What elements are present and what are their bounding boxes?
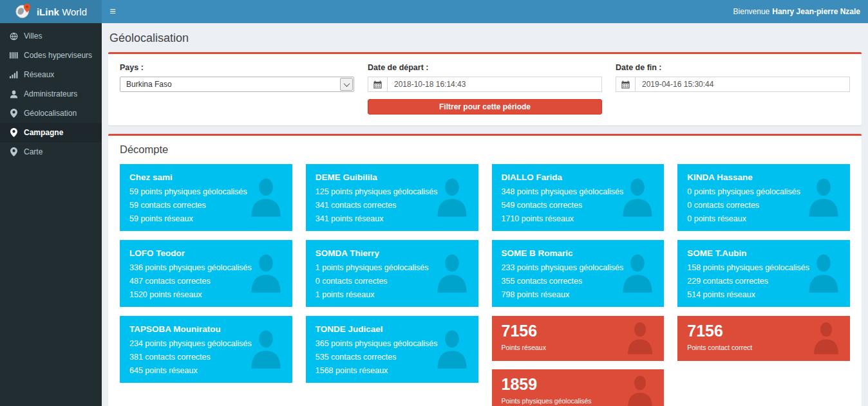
end-date-input[interactable] bbox=[636, 77, 849, 91]
person-icon bbox=[621, 176, 654, 219]
sidebar-item-villes[interactable]: Villes bbox=[0, 26, 102, 46]
map-marker-icon bbox=[9, 109, 18, 118]
user-card: SOMDA Thierry 1 points physiques géoloca… bbox=[306, 240, 478, 307]
top-navbar: iLink World ≡ Bienvenue Hanry Jean-pierr… bbox=[0, 0, 868, 23]
summary-card-points-physiques: 1859 Points physiques géolocalisés bbox=[492, 369, 665, 406]
counts-panel: Décompte Chez sami 59 points physiques g… bbox=[108, 134, 862, 406]
main-content: Géolocalisation Pays : Burkina Faso Date… bbox=[102, 23, 868, 406]
person-icon bbox=[250, 328, 282, 371]
user-card: SOME B Romaric 233 points physiques géol… bbox=[492, 240, 665, 307]
user-card: DEME Guibilila 125 points physiques géol… bbox=[306, 164, 478, 231]
navbar-bar: ≡ Bienvenue Hanry Jean-pierre Nzale bbox=[102, 0, 868, 23]
sidebar-item-label: Carte bbox=[24, 147, 42, 156]
calendar-icon bbox=[368, 77, 388, 91]
summary-card-points-contact: 7156 Points contact correct bbox=[677, 316, 850, 361]
person-icon bbox=[436, 252, 468, 295]
user-card: LOFO Teodor 336 points physiques géoloca… bbox=[120, 240, 292, 307]
page-title: Géolocalisation bbox=[109, 32, 860, 45]
app-logo[interactable]: iLink World bbox=[0, 0, 102, 23]
sidebar-item-label: Campagne bbox=[24, 128, 63, 137]
person-icon bbox=[813, 320, 840, 357]
person-icon bbox=[627, 373, 654, 406]
sidebar-menu: Villes Codes hyperviseurs Réseaux bbox=[0, 23, 102, 161]
person-icon bbox=[627, 320, 654, 357]
map-marker-icon bbox=[9, 147, 18, 156]
sidebar-item-label: Villes bbox=[24, 32, 42, 41]
filter-button[interactable]: Filtrer pour cette période bbox=[368, 99, 602, 115]
brand-name-light: World bbox=[62, 6, 87, 17]
user-icon bbox=[9, 90, 18, 98]
start-date-input[interactable] bbox=[388, 77, 601, 91]
map-marker-icon bbox=[9, 128, 18, 137]
barcode-icon bbox=[9, 51, 18, 59]
person-icon bbox=[621, 252, 654, 295]
sidebar-item-label: Administrateurs bbox=[24, 89, 77, 98]
country-select-value: Burkina Faso bbox=[126, 80, 172, 89]
person-icon bbox=[807, 176, 840, 219]
sidebar-item-administrateurs[interactable]: Administrateurs bbox=[0, 84, 102, 104]
end-date-field: Date de fin : bbox=[616, 63, 850, 115]
person-icon bbox=[250, 252, 282, 295]
person-icon bbox=[436, 176, 468, 219]
calendar-icon bbox=[616, 77, 636, 91]
country-label: Pays : bbox=[120, 63, 354, 72]
start-date-label: Date de départ : bbox=[368, 63, 602, 72]
sidebar-item-reseaux[interactable]: Réseaux bbox=[0, 65, 102, 84]
summary-row-grid: TAPSOBA Mouniratou 234 points physiques … bbox=[120, 316, 850, 406]
user-card: SOME T.Aubin 158 points physiques géoloc… bbox=[677, 240, 850, 307]
user-cards-grid: Chez sami 59 points physiques géolocalis… bbox=[120, 164, 850, 307]
sidebar-item-label: Géolocalisation bbox=[24, 109, 77, 118]
user-card: TAPSOBA Mouniratou 234 points physiques … bbox=[120, 316, 292, 383]
person-icon bbox=[807, 252, 840, 295]
sidebar-item-label: Réseaux bbox=[24, 70, 54, 79]
person-icon bbox=[436, 328, 468, 371]
user-card: KINDA Hassane 0 points physiques géoloca… bbox=[677, 164, 850, 231]
sidebar-item-label: Codes hyperviseurs bbox=[24, 51, 92, 60]
summary-card-stack: 7156 Points réseaux 1859 Points physique… bbox=[492, 316, 665, 406]
country-field: Pays : Burkina Faso bbox=[120, 63, 354, 115]
sidebar-item-geolocalisation[interactable]: Géolocalisation bbox=[0, 104, 102, 123]
welcome-message: Bienvenue Hanry Jean-pierre Nzale bbox=[733, 0, 860, 23]
globe-icon bbox=[9, 32, 18, 41]
chevron-down-icon[interactable] bbox=[340, 78, 353, 91]
sidebar: Villes Codes hyperviseurs Réseaux bbox=[0, 23, 102, 406]
start-date-field: Date de départ : Filtrer pour cette péri… bbox=[368, 63, 602, 115]
user-card: TONDE Judicael 365 points physiques géol… bbox=[306, 316, 478, 383]
signal-bars-icon bbox=[9, 71, 18, 78]
summary-card-points-reseaux: 7156 Points réseaux bbox=[492, 316, 665, 361]
sidebar-item-carte[interactable]: Carte bbox=[0, 142, 102, 161]
counts-title: Décompte bbox=[120, 143, 850, 156]
end-date-label: Date de fin : bbox=[616, 63, 850, 72]
globe-pin-logo-icon bbox=[15, 3, 32, 21]
filter-panel: Pays : Burkina Faso Date de départ : bbox=[108, 52, 862, 125]
welcome-prefix: Bienvenue bbox=[733, 7, 770, 16]
user-name: Hanry Jean-pierre Nzale bbox=[772, 7, 860, 16]
sidebar-item-codes-hyperviseurs[interactable]: Codes hyperviseurs bbox=[0, 46, 102, 65]
brand-name-bold: iLink bbox=[37, 6, 59, 17]
sidebar-item-campagne[interactable]: Campagne bbox=[0, 123, 102, 142]
sidebar-toggle-icon[interactable]: ≡ bbox=[102, 0, 124, 23]
country-select[interactable]: Burkina Faso bbox=[120, 77, 354, 92]
user-card: DIALLO Farida 348 points physiques géolo… bbox=[492, 164, 665, 231]
person-icon bbox=[250, 176, 282, 219]
user-card: Chez sami 59 points physiques géolocalis… bbox=[120, 164, 292, 231]
